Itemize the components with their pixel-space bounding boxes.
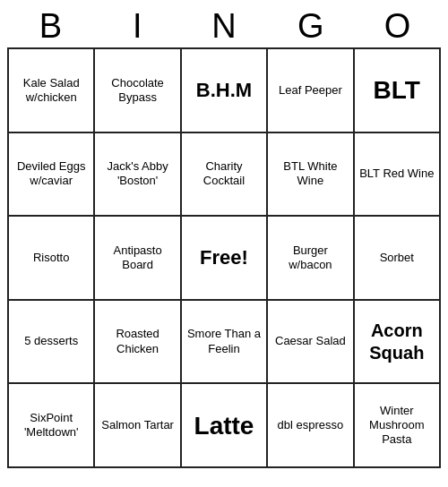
bingo-cell: BTL White Wine [267,132,353,217]
bingo-cell: B.H.M [181,48,267,132]
header-letter: G [271,7,350,46]
bingo-cell: Leaf Peeper [267,48,353,132]
bingo-cell: SixPoint 'Meltdown' [8,383,94,467]
header-letter: N [185,7,263,46]
bingo-cell: Jack's Abby 'Boston' [94,132,180,217]
bingo-cell: Salmon Tartar [94,383,180,467]
bingo-cell: Sorbet [354,216,440,300]
bingo-header: BINGO [7,7,441,46]
header-letter: I [98,7,177,46]
bingo-cell: Acorn Squah [354,300,440,384]
bingo-cell: Winter Mushroom Pasta [354,383,440,467]
bingo-cell: Caesar Salad [267,300,353,384]
bingo-cell: Antipasto Board [94,216,180,300]
bingo-cell: Free! [181,216,267,300]
bingo-cell: 5 desserts [8,300,94,384]
bingo-cell: Charity Cocktail [181,132,267,217]
bingo-cell: Latte [181,383,267,467]
bingo-grid: Kale Salad w/chickenChocolate BypassB.H.… [7,47,441,468]
bingo-cell: Smore Than a Feelin [181,300,267,384]
bingo-cell: Kale Salad w/chicken [8,48,94,132]
bingo-cell: BLT [354,48,440,132]
bingo-cell: Roasted Chicken [94,300,180,384]
header-letter: B [11,7,90,46]
bingo-cell: Burger w/bacon [267,216,353,300]
bingo-cell: dbl espresso [267,383,353,467]
bingo-cell: BLT Red Wine [354,132,440,217]
bingo-cell: Chocolate Bypass [94,48,180,132]
bingo-cell: Risotto [8,216,94,300]
header-letter: O [358,7,437,46]
bingo-cell: Deviled Eggs w/caviar [8,132,94,217]
